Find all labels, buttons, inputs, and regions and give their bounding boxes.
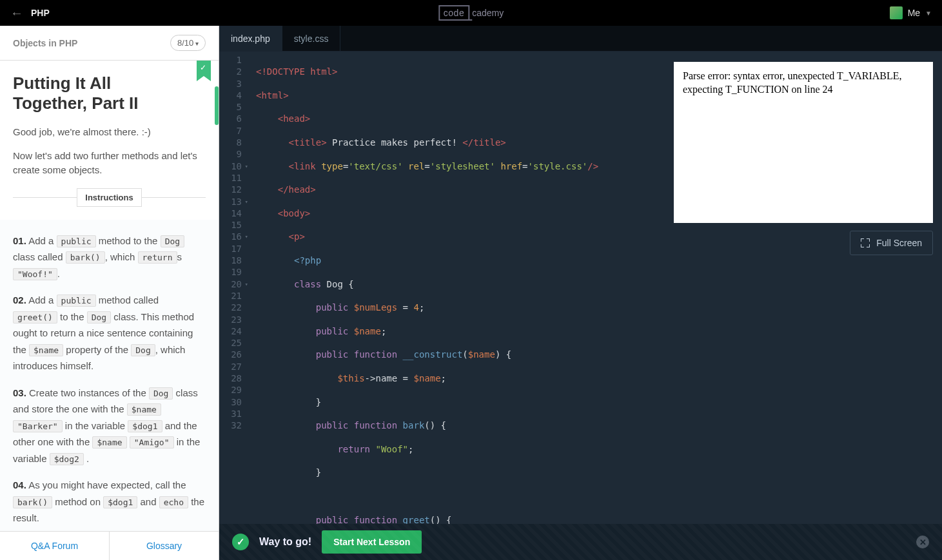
username: Me [908,8,920,18]
instructions-header: Instructions [13,188,206,207]
output-panel: Parse error: syntax error, unexpected T_… [674,62,933,255]
chevron-down-icon: ▼ [925,10,932,17]
progress-dropdown[interactable]: 8/10 [170,35,206,51]
lesson-title: Putting It All Together, Part II [13,73,206,113]
step-3: 03. Create two instances of the Dog clas… [13,385,206,467]
line-gutter: 1234567891011121314151617181920212223242… [219,54,248,524]
tab-style-css[interactable]: style.css [282,26,341,51]
close-icon[interactable]: ✕ [916,536,929,548]
glossary-link[interactable]: Glossary [110,532,219,560]
start-next-lesson-button[interactable]: Start Next Lesson [322,530,422,554]
left-footer: Q&A Forum Glossary [0,531,219,560]
editor-area: index.php style.css 12345678910111213141… [219,26,942,560]
editor-tabs: index.php style.css [219,26,942,52]
logo-text: cademy [472,8,504,18]
language-label: PHP [31,8,50,18]
avatar [890,6,903,19]
lesson-intro-1: Good job, we're almost there. :-) [13,125,206,140]
lesson-panel: Objects in PHP 8/10 Putting It All Toget… [0,26,219,560]
check-icon: ✓ [232,534,249,550]
lesson-intro-2: Now let's add two further methods and le… [13,149,206,178]
instructions-label: Instructions [77,188,141,207]
section-header: Objects in PHP 8/10 [0,26,219,61]
fullscreen-icon [861,238,870,247]
step-2: 02. Add a public method called greet() t… [13,292,206,374]
qa-forum-link[interactable]: Q&A Forum [0,532,110,560]
way-to-go-label: Way to go! [259,536,311,548]
step-4: 04. As you might have expected, call the… [13,477,206,526]
user-menu[interactable]: Me ▼ [890,6,932,19]
logo[interactable]: code cademy [438,5,504,21]
lesson-scroll[interactable]: Putting It All Together, Part II Good jo… [0,61,219,531]
output-frame: Parse error: syntax error, unexpected T_… [674,62,933,223]
section-title: Objects in PHP [13,38,77,48]
back-arrow-icon[interactable]: ← [10,6,23,21]
logo-box: code [438,5,469,21]
instructions-body: 01. Add a public method to the Dog class… [0,220,219,531]
bottom-bar: ✓ Way to go! Start Next Lesson ✕ [219,524,942,560]
top-bar: ← PHP code cademy Me ▼ [0,0,942,26]
tab-index-php[interactable]: index.php [219,26,282,51]
error-message: Parse error: syntax error, unexpected T_… [683,70,902,95]
step-1: 01. Add a public method to the Dog class… [13,233,206,282]
fullscreen-button[interactable]: Full Screen [850,231,933,255]
